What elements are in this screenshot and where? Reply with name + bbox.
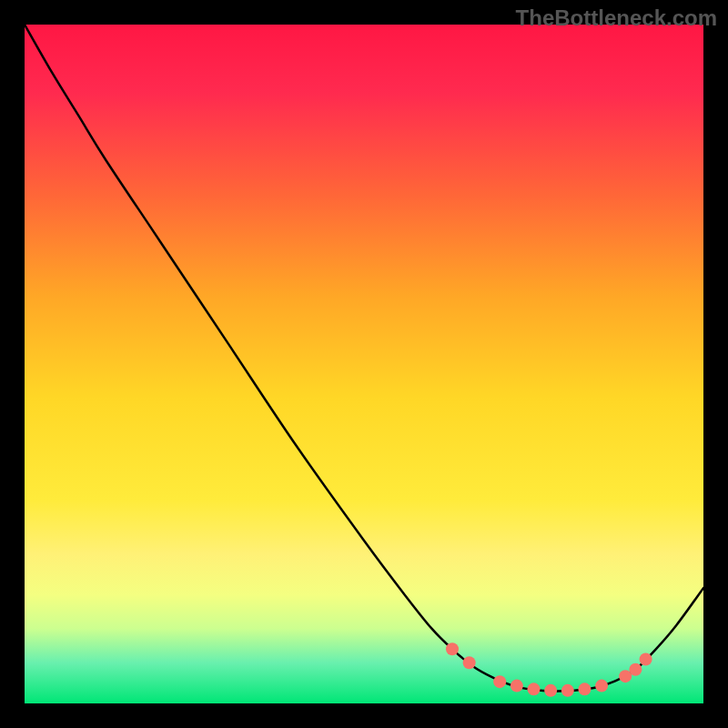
data-point (446, 642, 459, 655)
gradient-background (25, 25, 703, 703)
data-point (493, 675, 506, 688)
data-point (511, 680, 523, 693)
chart-svg (25, 25, 703, 703)
data-point (528, 682, 541, 695)
data-point (595, 680, 608, 693)
data-point (640, 653, 652, 666)
data-point (544, 684, 557, 697)
plot-area (25, 25, 703, 703)
data-point (561, 684, 574, 697)
data-point (463, 656, 476, 669)
watermark-label: TheBottleneck.com (516, 5, 717, 31)
data-point (578, 682, 591, 695)
chart-container: TheBottleneck.com (0, 0, 728, 728)
data-point (629, 663, 642, 676)
